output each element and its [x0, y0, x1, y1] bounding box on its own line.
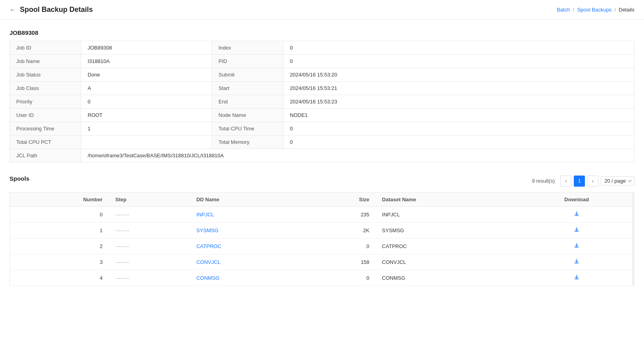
cell-step: -------- [109, 254, 190, 270]
value-job-name: I318810A [81, 55, 212, 68]
job-section-title: JOB89308 [10, 29, 634, 36]
dd-name-link[interactable]: SYSMSG [196, 227, 218, 233]
cell-dd-name[interactable]: SYSMSG [190, 223, 305, 239]
table-row: Priority 0 End 2024/05/16 15:53:23 [10, 95, 634, 109]
page-1-button[interactable]: 1 [574, 176, 585, 187]
value-start: 2024/05/16 15:53:21 [284, 82, 634, 95]
table-row: Processing Time 1 Total CPU Time 0 [10, 122, 634, 136]
cell-step: -------- [109, 207, 190, 223]
value-total-memory: 0 [284, 136, 634, 149]
header-left: ← Spool Backup Details [10, 6, 93, 14]
table-row: 4 -------- CONMSG 0 CONMSG [10, 270, 634, 286]
next-page-button[interactable]: › [587, 176, 598, 187]
value-job-status: Done [81, 68, 212, 82]
cell-step: -------- [109, 270, 190, 286]
cell-number: 0 [10, 207, 109, 223]
label-submit: Submit [212, 68, 284, 82]
cell-step: -------- [109, 239, 190, 254]
scrollbar[interactable] [632, 192, 634, 286]
cell-download[interactable] [519, 254, 634, 270]
cell-dataset-name: INPJCL [376, 207, 519, 223]
table-row: Job Status Done Submit 2024/05/16 15:53:… [10, 68, 634, 82]
dd-name-link[interactable]: CONVJCL [196, 259, 220, 265]
value-submit: 2024/05/16 15:53:20 [284, 68, 634, 82]
value-node-name: NODE1 [284, 109, 634, 122]
cell-size: 0 [305, 270, 376, 286]
cell-download[interactable] [519, 270, 634, 286]
label-job-status: Job Status [10, 68, 81, 82]
label-end: End [212, 95, 284, 109]
cell-step: -------- [109, 223, 190, 239]
cell-dataset-name: CATPROC [376, 239, 519, 254]
table-row: Job Name I318810A PID 0 [10, 55, 634, 68]
col-header-dataset-name: Dataset Name [376, 193, 519, 207]
value-total-cpu-pct [81, 136, 212, 149]
cell-number: 2 [10, 239, 109, 254]
label-job-name: Job Name [10, 55, 81, 68]
label-total-memory: Total Memory [212, 136, 284, 149]
table-row: Job Class A Start 2024/05/16 15:53:21 [10, 82, 634, 95]
label-job-class: Job Class [10, 82, 81, 95]
cell-dd-name[interactable]: CONVJCL [190, 254, 305, 270]
dd-name-link[interactable]: INPJCL [196, 212, 214, 218]
breadcrumb-spool-backups[interactable]: Spool Backups [577, 7, 611, 13]
breadcrumb: Batch / Spool Backups / Details [557, 7, 634, 13]
cell-size: 0 [305, 239, 376, 254]
cell-dd-name[interactable]: INPJCL [190, 207, 305, 223]
table-row: Total CPU PCT Total Memory 0 [10, 136, 634, 149]
result-count: 9 result(s) [532, 178, 555, 184]
col-header-dd-name: DD Name [190, 193, 305, 207]
cell-dd-name[interactable]: CATPROC [190, 239, 305, 254]
table-row: User ID ROOT Node Name NODE1 [10, 109, 634, 122]
label-start: Start [212, 82, 284, 95]
spools-table-header: Number Step DD Name Size Dataset Name Do… [10, 193, 634, 207]
label-job-id: Job ID [10, 41, 81, 55]
cell-dataset-name: CONMSG [376, 270, 519, 286]
label-total-cpu-time: Total CPU Time [212, 122, 284, 136]
per-page-select[interactable]: 10 / page 20 / page 50 / page [601, 176, 634, 185]
dd-name-link[interactable]: CONMSG [196, 275, 220, 281]
table-row: 2 -------- CATPROC 0 CATPROC [10, 239, 634, 254]
table-row: Job ID JOB89308 Index 0 [10, 41, 634, 55]
download-icon[interactable] [573, 258, 580, 265]
cell-size: 158 [305, 254, 376, 270]
value-job-class: A [81, 82, 212, 95]
label-node-name: Node Name [212, 109, 284, 122]
page-title: Spool Backup Details [20, 6, 93, 14]
col-header-step: Step [109, 193, 190, 207]
spools-header: Spools 9 result(s) ‹ 1 › 10 / page 20 / … [10, 175, 634, 187]
back-button[interactable]: ← [10, 6, 16, 13]
label-jcl-path: JCL Path [10, 149, 81, 162]
download-icon[interactable] [573, 211, 580, 217]
table-row-jcl: JCL Path /home/oframe3/TestCase/BASE/IMS… [10, 149, 634, 162]
col-header-size: Size [305, 193, 376, 207]
cell-size: 2K [305, 223, 376, 239]
label-processing-time: Processing Time [10, 122, 81, 136]
spools-table: Number Step DD Name Size Dataset Name Do… [10, 192, 634, 286]
breadcrumb-details: Details [619, 7, 634, 13]
cell-number: 4 [10, 270, 109, 286]
cell-dataset-name: SYSMSG [376, 223, 519, 239]
cell-number: 1 [10, 223, 109, 239]
cell-dd-name[interactable]: CONMSG [190, 270, 305, 286]
cell-download[interactable] [519, 207, 634, 223]
breadcrumb-batch[interactable]: Batch [557, 7, 570, 13]
job-detail-table: Job ID JOB89308 Index 0 Job Name I318810… [10, 41, 634, 162]
label-user-id: User ID [10, 109, 81, 122]
value-jcl-path: /home/oframe3/TestCase/BASE/IMS/318810/J… [81, 149, 634, 162]
col-header-number: Number [10, 193, 109, 207]
prev-page-button[interactable]: ‹ [560, 176, 571, 187]
value-user-id: ROOT [81, 109, 212, 122]
table-row: 3 -------- CONVJCL 158 CONVJCL [10, 254, 634, 270]
value-index: 0 [284, 41, 634, 55]
download-icon[interactable] [573, 274, 580, 281]
value-job-id: JOB89308 [81, 41, 212, 55]
dd-name-link[interactable]: CATPROC [196, 243, 221, 249]
cell-dataset-name: CONVJCL [376, 254, 519, 270]
value-priority: 0 [81, 95, 212, 109]
cell-download[interactable] [519, 223, 634, 239]
download-icon[interactable] [573, 227, 580, 233]
download-icon[interactable] [573, 243, 580, 249]
label-pid: PID [212, 55, 284, 68]
cell-download[interactable] [519, 239, 634, 254]
